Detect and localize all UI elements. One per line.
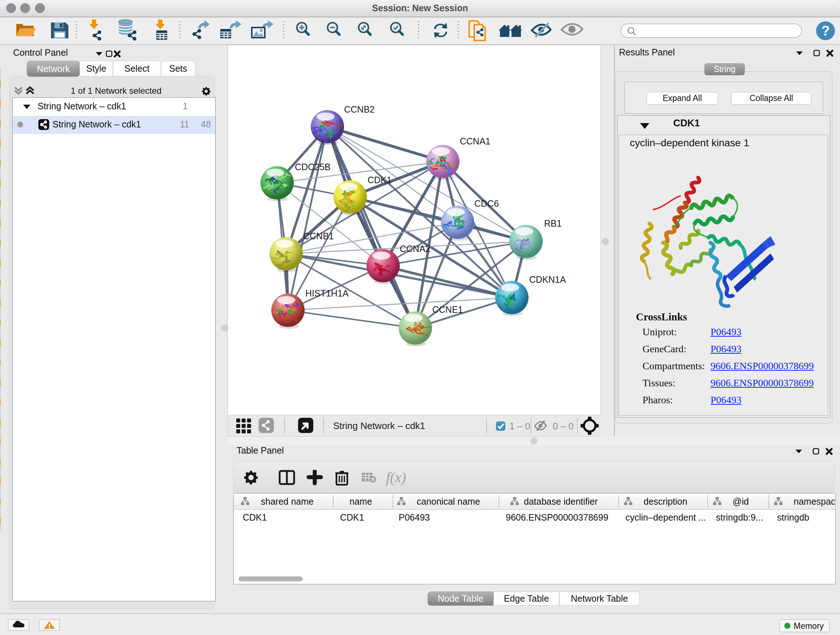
svg-text:description: description [644,496,687,507]
svg-text:CCNA1: CCNA1 [460,136,491,146]
svg-text:canonical name: canonical name [417,496,480,507]
svg-text:1 – 0: 1 – 0 [509,421,531,432]
svg-text:CCNB1: CCNB1 [303,231,334,241]
svg-text:name: name [349,496,372,507]
svg-text:database identifier: database identifier [524,496,598,507]
svg-text:shared name: shared name [261,496,314,507]
svg-text:namespac: namespac [794,496,835,507]
svg-text:CDK1: CDK1 [368,175,392,185]
svg-text:CDKN1A: CDKN1A [529,274,566,285]
svg-text:CDC6: CDC6 [474,198,499,209]
svg-text:CCNB2: CCNB2 [344,104,375,114]
svg-text:?: ? [821,23,829,38]
svg-text:CCNA2: CCNA2 [400,244,431,254]
svg-text:String Network – cdk1: String Network – cdk1 [333,420,425,431]
svg-text:f(x): f(x) [386,470,406,486]
svg-text:CCNE1: CCNE1 [432,304,463,315]
svg-text:@id: @id [733,496,749,507]
svg-text:CDC25B: CDC25B [295,162,331,172]
svg-text:HIST1H1A: HIST1H1A [305,288,349,298]
svg-text:0 – 0: 0 – 0 [553,421,574,432]
svg-text:RB1: RB1 [544,218,562,228]
